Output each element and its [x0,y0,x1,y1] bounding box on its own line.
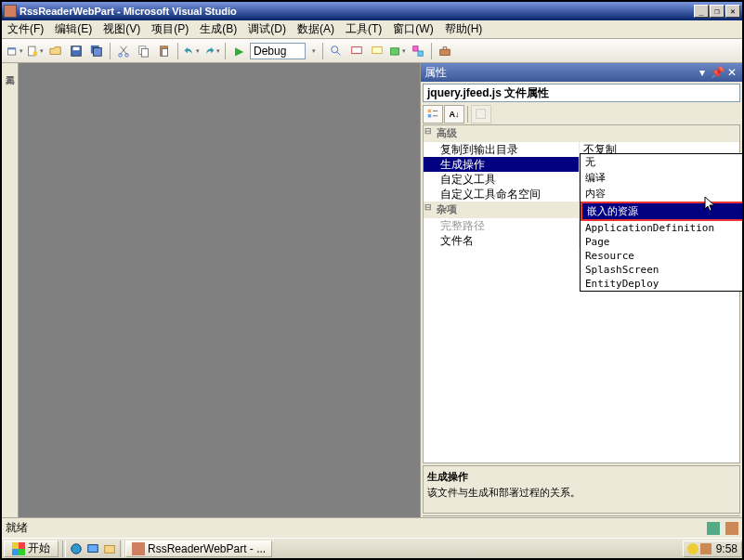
menu-tools[interactable]: 工具(T) [340,20,387,39]
panel-close-icon[interactable]: ✕ [725,66,738,79]
properties-titlebar: 属性 ▾ 📌 ✕ [421,63,742,82]
clock: 9:58 [716,542,737,555]
menu-view[interactable]: 视图(V) [98,20,146,39]
tray-icon-1[interactable] [687,543,698,554]
properties-toolbar: A↓ [423,104,740,124]
svg-rect-25 [88,544,98,552]
menu-build[interactable]: 生成(B) [194,20,242,39]
start-button[interactable]: 开始 [4,540,59,557]
save-button[interactable] [67,42,85,60]
build-action-dropdown: 无 编译 内容 嵌入的资源 ApplicationDefinition Page… [580,153,744,292]
toolbar: ▶ Debug [2,39,742,63]
svg-point-24 [72,543,82,553]
dd-option-page[interactable]: Page [581,235,744,249]
new-project-button[interactable] [6,42,24,60]
svg-rect-26 [105,545,115,553]
solution-button[interactable] [388,42,407,60]
svg-rect-21 [428,110,432,113]
uncomment-button[interactable] [368,42,386,60]
property-help: 生成操作 该文件与生成和部署过程的关系。 [423,465,740,514]
find-button[interactable] [327,42,346,60]
alphabetical-button[interactable]: A↓ [444,105,464,124]
close-button[interactable]: ✕ [725,5,740,18]
svg-rect-18 [413,46,418,50]
dd-option-entity[interactable]: EntityDeploy [581,277,744,291]
properties-button[interactable] [409,42,427,60]
panel-pin-icon[interactable]: 📌 [711,66,724,79]
properties-panel: 属性 ▾ 📌 ✕ jquery.jfeed.js 文件属性 A↓ 高级 复制到输… [420,63,742,538]
category-advanced[interactable]: 高级 [424,125,739,142]
config-value: Debug [254,45,286,58]
menu-project[interactable]: 项目(P) [146,20,194,39]
save-all-button[interactable] [87,42,106,60]
panel-dropdown-icon[interactable]: ▾ [696,66,709,79]
dd-option-resource[interactable]: Resource [581,249,744,263]
open-button[interactable] [46,42,65,60]
help-desc: 该文件与生成和部署过程的关系。 [427,486,736,500]
svg-rect-11 [141,48,148,57]
quick-launch-explorer[interactable] [101,540,118,557]
quick-launch-ie[interactable] [68,540,85,557]
svg-rect-22 [428,114,432,118]
svg-rect-15 [352,46,362,53]
svg-rect-5 [73,46,80,50]
svg-rect-13 [162,48,167,56]
svg-rect-23 [476,110,486,119]
status-bar: 就绪 [2,517,742,538]
svg-rect-19 [418,51,423,56]
status-icon-2 [725,522,738,535]
properties-object-combo[interactable]: jquery.jfeed.js 文件属性 [423,84,740,102]
paste-button[interactable] [155,42,174,60]
window-title: RssReaderWebPart - Microsoft Visual Stud… [20,6,694,17]
properties-title: 属性 [424,65,694,81]
cut-button[interactable] [114,42,133,60]
quick-launch-desktop[interactable] [85,540,101,557]
categorized-button[interactable] [423,105,443,124]
status-text: 就绪 [6,520,707,536]
system-tray: 9:58 [683,540,742,557]
copy-button[interactable] [135,42,153,60]
svg-point-14 [332,46,338,52]
svg-rect-16 [372,46,383,53]
comment-button[interactable] [347,42,366,60]
left-tool-strip: 工具箱 [2,63,19,538]
menu-edit[interactable]: 编辑(E) [49,20,98,39]
menu-debug[interactable]: 调试(D) [242,20,292,39]
taskbar-app-button[interactable]: RssReaderWebPart - ... [125,540,272,557]
add-item-button[interactable] [26,42,45,60]
start-debug-button[interactable]: ▶ [229,42,248,60]
menu-window[interactable]: 窗口(W) [387,20,438,39]
menu-bar: 文件(F) 编辑(E) 视图(V) 项目(P) 生成(B) 调试(D) 数据(A… [2,20,742,39]
config-combo[interactable]: Debug [250,43,306,59]
dd-option-content[interactable]: 内容 [581,186,744,202]
property-grid: 高级 复制到输出目录不复制 生成操作嵌入的资源▾ 自定义工具 自定义工具命名空间… [423,124,740,463]
taskbar: 开始 RssReaderWebPart - ... 9:58 [2,538,742,558]
menu-data[interactable]: 数据(A) [292,20,340,39]
toolbox-button[interactable] [436,42,454,60]
help-name: 生成操作 [427,470,736,484]
properties-object-text: jquery.jfeed.js 文件属性 [427,85,549,101]
dd-option-splash[interactable]: SplashScreen [581,263,744,277]
property-pages-button[interactable] [471,105,491,124]
svg-rect-20 [440,49,450,55]
config-dropdown[interactable] [307,42,319,60]
editor-area [19,63,420,538]
toolbox-tab[interactable]: 工具箱 [3,65,18,72]
redo-button[interactable] [202,42,221,60]
undo-button[interactable] [182,42,201,60]
taskbar-app-label: RssReaderWebPart - ... [148,542,266,555]
status-icon-1 [707,522,720,535]
svg-rect-1 [8,47,16,49]
dd-option-none[interactable]: 无 [581,154,744,170]
app-icon [4,5,17,18]
minimize-button[interactable]: _ [694,5,709,18]
svg-rect-7 [94,47,102,56]
dd-option-compile[interactable]: 编译 [581,170,744,186]
tray-icon-2[interactable] [700,543,711,554]
menu-file[interactable]: 文件(F) [2,20,49,39]
restore-button[interactable]: ❐ [710,5,724,18]
svg-point-3 [33,51,38,56]
dd-option-embedded[interactable]: 嵌入的资源 [582,203,742,219]
menu-help[interactable]: 帮助(H) [439,20,489,39]
dd-option-appdef[interactable]: ApplicationDefinition [581,221,744,235]
